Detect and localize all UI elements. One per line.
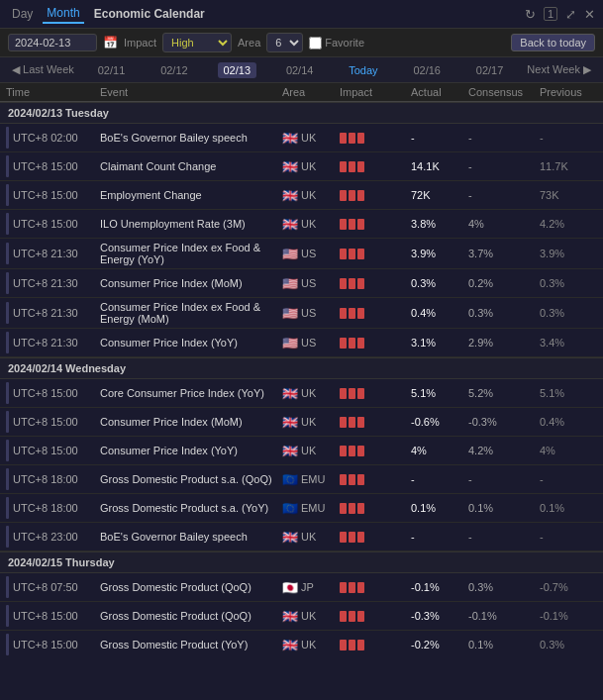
nav-date-0217[interactable]: 02/17 [470, 62, 510, 78]
flag-icon: 🇺🇸 [282, 247, 298, 261]
cell-area: 🇬🇧UK [282, 638, 340, 652]
cell-impact [340, 417, 411, 428]
cell-time: UTC+8 18:00 [6, 468, 100, 490]
nav-date-0211[interactable]: 02/11 [92, 62, 132, 78]
flag-icon: 🇬🇧 [282, 159, 298, 174]
filter-bar: 📅 Impact High Medium Low Area 6 Favorite… [0, 29, 603, 57]
table-row[interactable]: UTC+8 15:00Consumer Price Index (YoY)🇬🇧U… [0, 437, 603, 465]
back-to-today-button[interactable]: Back to today [511, 34, 595, 51]
impact-bar [340, 446, 347, 456]
header-event: Event [100, 86, 282, 98]
tab-month[interactable]: Month [43, 4, 83, 24]
table-row[interactable]: UTC+8 15:00Gross Domestic Product (QoQ)🇬… [0, 602, 603, 631]
cell-impact [340, 249, 411, 259]
impact-bar [357, 161, 364, 172]
cell-time: UTC+8 18:00 [6, 497, 100, 519]
impact-bar [357, 474, 364, 485]
cell-previous: 11.7K [540, 160, 597, 172]
impact-bar [340, 611, 347, 622]
flag-icon: 🇬🇧 [282, 188, 298, 203]
cell-actual: 14.1K [411, 160, 468, 172]
impact-bar [349, 611, 355, 622]
tab-day[interactable]: Day [8, 5, 37, 23]
flag-icon: 🇪🇺 [282, 501, 298, 516]
impact-bar [357, 249, 364, 259]
cell-actual: -0.2% [411, 639, 468, 650]
nav-date-0214[interactable]: 02/14 [280, 62, 320, 78]
day-group: 2024/02/15 ThursdayUTC+8 07:50Gross Dome… [0, 551, 603, 656]
impact-bar [349, 640, 355, 650]
table-row[interactable]: UTC+8 15:00Claimant Count Change🇬🇧UK14.1… [0, 152, 603, 181]
cell-event: Employment Change [100, 189, 282, 201]
cell-time: UTC+8 15:00 [6, 155, 100, 177]
cell-event: Gross Domestic Product (QoQ) [100, 581, 282, 593]
table-row[interactable]: UTC+8 18:00Gross Domestic Product s.a. (… [0, 494, 603, 523]
cell-event: Gross Domestic Product (QoQ) [100, 610, 282, 622]
table-row[interactable]: UTC+8 15:00Core Consumer Price Index (Yo… [0, 379, 603, 408]
table-row[interactable]: UTC+8 15:00Gross Domestic Product (YoY)🇬… [0, 631, 603, 656]
impact-bar [357, 446, 364, 456]
table-row[interactable]: UTC+8 21:30Consumer Price Index (YoY)🇺🇸U… [0, 329, 603, 357]
cell-impact [340, 640, 411, 650]
impact-bar [340, 338, 347, 349]
table-row[interactable]: UTC+8 15:00Consumer Price Index (MoM)🇬🇧U… [0, 408, 603, 437]
nav-date-0212[interactable]: 02/12 [154, 62, 194, 78]
next-week-button[interactable]: Next Week ▶ [523, 61, 595, 78]
cell-time: UTC+8 15:00 [6, 382, 100, 404]
table-row[interactable]: UTC+8 02:00BoE's Governor Bailey speech🇬… [0, 124, 603, 152]
impact-bar [349, 161, 355, 172]
impact-select[interactable]: High Medium Low [162, 33, 232, 52]
impact-bar [357, 388, 364, 399]
header-time: Time [6, 86, 100, 98]
cell-time: UTC+8 15:00 [6, 440, 100, 461]
impact-bar [340, 133, 347, 144]
nav-date-0216[interactable]: 02/16 [407, 62, 447, 78]
impact-bar [340, 388, 347, 399]
prev-week-button[interactable]: ◀ Last Week [8, 61, 78, 78]
table-row[interactable]: UTC+8 21:30Consumer Price Index (MoM)🇺🇸U… [0, 269, 603, 298]
cell-event: ILO Unemployment Rate (3M) [100, 218, 282, 230]
cell-consensus: -0.3% [468, 416, 540, 428]
table-row[interactable]: UTC+8 15:00Employment Change🇬🇧UK72K-73K [0, 181, 603, 210]
icon-1[interactable]: 1 [544, 7, 557, 21]
cell-consensus: 0.3% [468, 307, 540, 319]
cell-area: 🇪🇺EMU [282, 501, 340, 516]
cell-area: 🇬🇧UK [282, 188, 340, 203]
cell-previous: 0.1% [540, 502, 597, 514]
table-row[interactable]: UTC+8 18:00Gross Domestic Product s.a. (… [0, 465, 603, 494]
flag-icon: 🇬🇧 [282, 415, 298, 430]
table-row[interactable]: UTC+8 07:50Gross Domestic Product (QoQ)🇯… [0, 573, 603, 602]
impact-bar [357, 133, 364, 144]
favorite-checkbox[interactable] [309, 37, 322, 50]
calendar-icon[interactable]: 📅 [103, 36, 118, 50]
impact-bar [349, 532, 355, 543]
flag-icon: 🇬🇧 [282, 386, 298, 401]
date-input[interactable] [8, 34, 97, 51]
expand-icon[interactable]: ⤢ [565, 7, 576, 22]
cell-actual: 3.9% [411, 248, 468, 259]
cell-impact [340, 133, 411, 144]
table-row[interactable]: UTC+8 15:00ILO Unemployment Rate (3M)🇬🇧U… [0, 210, 603, 239]
impact-bar [357, 417, 364, 428]
day-label: 2024/02/13 Tuesday [0, 102, 603, 124]
area-select[interactable]: 6 [266, 33, 303, 52]
close-icon[interactable]: ✕ [584, 7, 595, 22]
table-row[interactable]: UTC+8 21:30Consumer Price Index ex Food … [0, 298, 603, 329]
impact-bar [340, 474, 347, 485]
cell-previous: -0.7% [540, 581, 597, 593]
cell-consensus: 3.7% [468, 248, 540, 259]
table-row[interactable]: UTC+8 21:30Consumer Price Index ex Food … [0, 239, 603, 269]
cell-previous: 5.1% [540, 387, 597, 399]
cell-impact [340, 161, 411, 172]
nav-date-today[interactable]: Today [343, 62, 383, 78]
top-bar: Day Month Economic Calendar ↻ 1 ⤢ ✕ [0, 0, 603, 29]
refresh-icon[interactable]: ↻ [525, 7, 536, 22]
cell-area: 🇬🇧UK [282, 131, 340, 146]
nav-date-0213[interactable]: 02/13 [218, 62, 257, 78]
cell-time: UTC+8 15:00 [6, 411, 100, 433]
impact-bar [357, 582, 364, 593]
flag-icon: 🇪🇺 [282, 472, 298, 487]
table-row[interactable]: UTC+8 23:00BoE's Governor Bailey speech🇬… [0, 523, 603, 551]
table-body: 2024/02/13 TuesdayUTC+8 02:00BoE's Gover… [0, 102, 603, 656]
cell-area: 🇬🇧UK [282, 444, 340, 458]
